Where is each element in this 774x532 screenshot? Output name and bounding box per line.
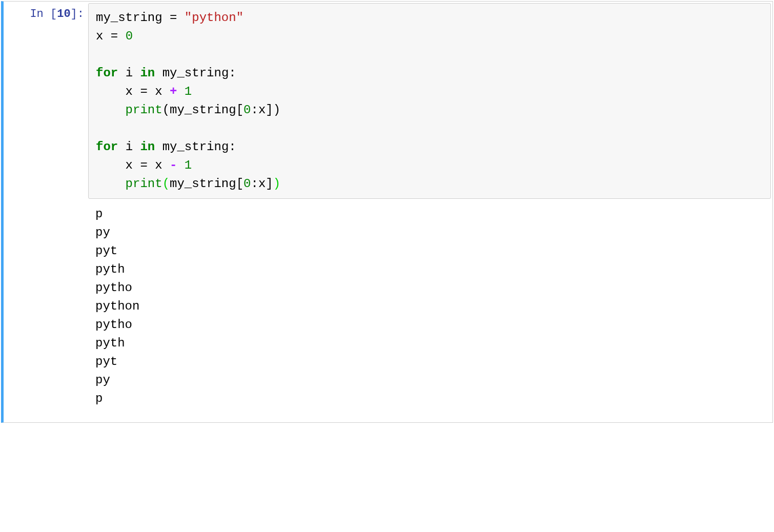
input-prompt: In [10]:: [4, 2, 88, 422]
execution-count: 10: [57, 8, 70, 21]
stdout-text: p py pyt pyth pytho python pytho pyth py…: [95, 205, 765, 408]
prompt-label: In [: [30, 8, 57, 21]
output-area: p py pyt pyth pytho python pytho pyth py…: [88, 199, 772, 422]
code-editor[interactable]: my_string = "python" x = 0 for i in my_s…: [96, 9, 763, 193]
cell-content: my_string = "python" x = 0 for i in my_s…: [88, 2, 772, 422]
prompt-suffix: ]:: [71, 8, 84, 21]
code-input-area[interactable]: my_string = "python" x = 0 for i in my_s…: [88, 3, 771, 199]
notebook-cell: In [10]: my_string = "python" x = 0 for …: [1, 1, 773, 423]
